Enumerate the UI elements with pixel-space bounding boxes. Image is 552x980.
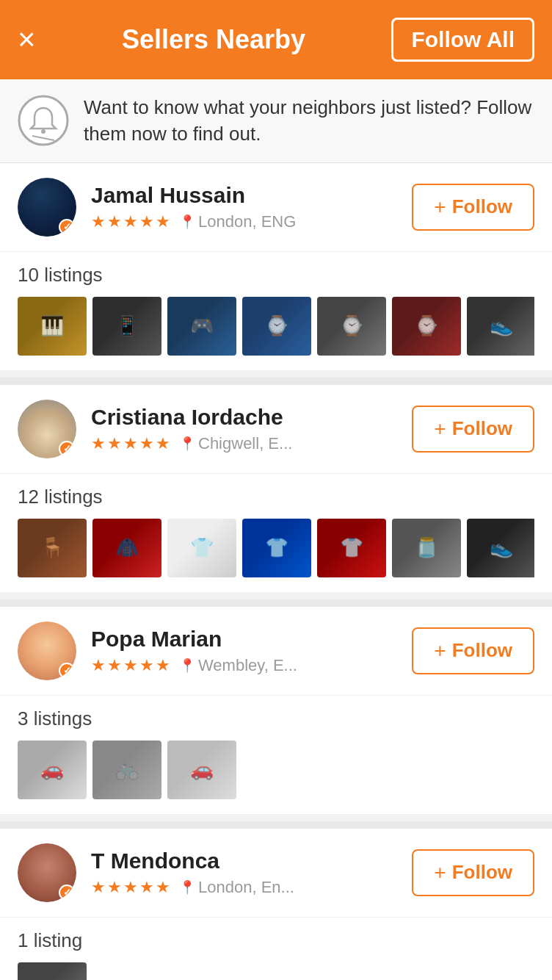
seller-meta: ★★★★★ 📍 London, ENG [91,212,412,231]
listing-thumb[interactable]: 🎮 [167,297,236,356]
listing-thumb[interactable]: 👟 [467,519,534,577]
seller-header: ✓ Popa Marian ★★★★★ 📍 Wembley, E... + Fo… [0,607,552,696]
follow-button-tmendonca[interactable]: + Follow [412,849,534,896]
seller-header: ✓ Cristiana Iordache ★★★★★ 📍 Chigwell, E… [0,385,552,474]
listings-section: 12 listings 🪑 🧥 👕 👕 👕 🫙 👟 [0,474,552,592]
listings-count: 1 listing [18,929,534,952]
listings-section: 3 listings 🚗 🚲 🚗 [0,696,552,814]
seller-header: ✓ Jamal Hussain ★★★★★ 📍 London, ENG + Fo… [0,163,552,252]
listing-thumb[interactable]: 👕 [317,519,386,577]
listings-section: 1 listing 📦 [0,918,552,980]
listings-section: 10 listings 🎹 📱 🎮 ⌚ ⌚ ⌚ 👟 [0,252,552,370]
follow-button-jamal[interactable]: + Follow [412,184,534,231]
section-divider [0,378,552,385]
seller-meta: ★★★★★ 📍 Chigwell, E... [91,434,412,453]
listing-thumb[interactable]: 👕 [167,519,236,577]
location-pin-icon: 📍 [179,879,195,896]
seller-info: Jamal Hussain ★★★★★ 📍 London, ENG [91,183,412,231]
listings-grid: 🪑 🧥 👕 👕 👕 🫙 👟 [18,519,534,592]
seller-header: ✓ T Mendonca ★★★★★ 📍 London, En... + Fol… [0,829,552,918]
listings-count: 12 listings [18,486,534,508]
seller-meta: ★★★★★ 📍 London, En... [91,878,412,897]
listing-thumb[interactable]: ⌚ [392,297,461,356]
listing-thumb[interactable]: 🚲 [92,741,161,799]
close-button[interactable]: × [18,24,36,55]
seller-card-tmendonca: ✓ T Mendonca ★★★★★ 📍 London, En... + Fol… [0,829,552,980]
follow-label: Follow [452,861,512,884]
seller-avatar: ✓ [18,843,76,902]
follow-button-popa[interactable]: + Follow [412,627,534,674]
seller-location: 📍 Wembley, E... [179,656,297,675]
listings-grid: 🚗 🚲 🚗 [18,741,534,814]
listings-grid: 🎹 📱 🎮 ⌚ ⌚ ⌚ 👟 [18,297,534,370]
listings-grid: 📦 [18,962,534,980]
seller-info: Cristiana Iordache ★★★★★ 📍 Chigwell, E..… [91,405,412,453]
listing-thumb[interactable]: 🚗 [167,741,236,799]
verified-badge: ✓ [59,219,75,235]
notification-icon [18,95,69,146]
seller-stars: ★★★★★ [91,656,172,675]
page-title: Sellers Nearby [122,24,305,55]
listing-thumb[interactable]: 📦 [18,962,87,980]
seller-info: Popa Marian ★★★★★ 📍 Wembley, E... [91,627,412,675]
seller-location: 📍 London, En... [179,878,294,897]
follow-all-button[interactable]: Follow All [391,18,534,62]
section-divider [0,599,552,607]
listing-thumb[interactable]: 👟 [467,297,534,356]
listing-thumb[interactable]: 👕 [242,519,311,577]
follow-label: Follow [452,195,512,218]
svg-point-1 [41,129,46,134]
seller-avatar: ✓ [18,400,76,458]
seller-stars: ★★★★★ [91,212,172,231]
listing-thumb[interactable]: 📱 [92,297,161,356]
listing-thumb[interactable]: ⌚ [317,297,386,356]
location-pin-icon: 📍 [179,214,195,230]
seller-avatar: ✓ [18,178,76,237]
seller-stars: ★★★★★ [91,878,172,897]
location-pin-icon: 📍 [179,436,195,452]
verified-badge: ✓ [59,663,75,679]
listing-thumb[interactable]: ⌚ [242,297,311,356]
seller-info: T Mendonca ★★★★★ 📍 London, En... [91,849,412,897]
location-pin-icon: 📍 [179,657,195,674]
listing-thumb[interactable]: 🪑 [18,519,87,577]
seller-name: Jamal Hussain [91,183,412,208]
notice-text: Want to know what your neighbors just li… [84,94,534,148]
follow-label: Follow [452,417,512,440]
plus-icon: + [434,195,446,219]
seller-meta: ★★★★★ 📍 Wembley, E... [91,656,412,675]
verified-badge: ✓ [59,441,75,457]
seller-location: 📍 London, ENG [179,212,296,231]
seller-name: Cristiana Iordache [91,405,412,430]
section-divider [0,821,552,829]
follow-label: Follow [452,639,512,662]
listings-count: 3 listings [18,707,534,730]
notice-banner: Want to know what your neighbors just li… [0,79,552,163]
listing-thumb[interactable]: 🫙 [392,519,461,577]
listing-thumb[interactable]: 🚗 [18,741,87,799]
sellers-list: ✓ Jamal Hussain ★★★★★ 📍 London, ENG + Fo… [0,163,552,980]
seller-card-cristiana: ✓ Cristiana Iordache ★★★★★ 📍 Chigwell, E… [0,385,552,592]
plus-icon: + [434,861,446,884]
seller-stars: ★★★★★ [91,434,172,453]
seller-name: T Mendonca [91,849,412,873]
seller-card-jamal: ✓ Jamal Hussain ★★★★★ 📍 London, ENG + Fo… [0,163,552,370]
listing-thumb[interactable]: 🧥 [92,519,161,577]
follow-button-cristiana[interactable]: + Follow [412,406,534,453]
listing-thumb[interactable]: 🎹 [18,297,87,356]
listings-count: 10 listings [18,264,534,287]
plus-icon: + [434,639,446,663]
header: × Sellers Nearby Follow All [0,0,552,79]
seller-location: 📍 Chigwell, E... [179,434,292,453]
seller-card-popa: ✓ Popa Marian ★★★★★ 📍 Wembley, E... + Fo… [0,607,552,814]
seller-avatar: ✓ [18,621,76,680]
seller-name: Popa Marian [91,627,412,652]
verified-badge: ✓ [59,884,75,901]
plus-icon: + [434,417,446,441]
